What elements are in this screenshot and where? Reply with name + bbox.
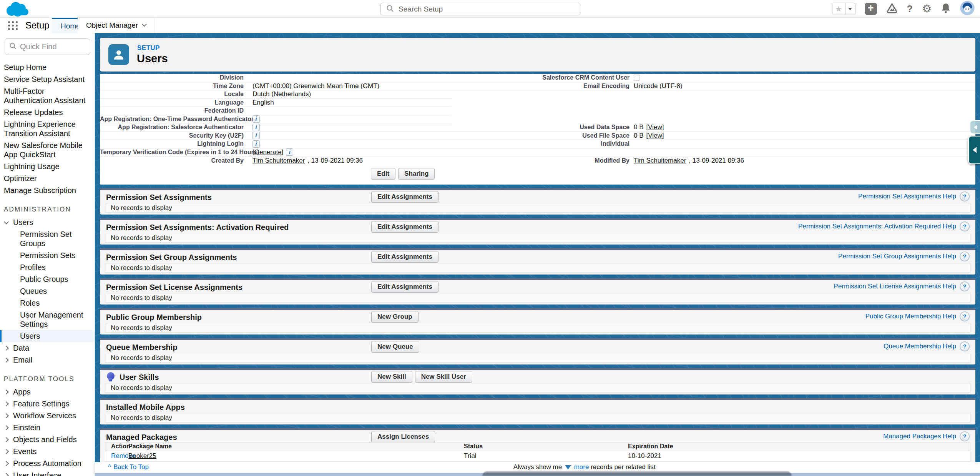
- detail-row: Modified ByTim Schuitemaker, 13-09-2021 …: [452, 156, 975, 165]
- collapse-panel-tab-light[interactable]: [970, 120, 980, 134]
- help-icon[interactable]: ?: [907, 3, 913, 15]
- search-input[interactable]: [399, 5, 575, 13]
- question-mark-icon[interactable]: ?: [960, 191, 970, 201]
- edit-assignments-button[interactable]: Edit Assignments: [371, 281, 439, 293]
- help-link[interactable]: Public Group Membership Help: [865, 313, 956, 320]
- sidebar-item-optimizer[interactable]: Optimizer: [0, 173, 95, 185]
- detail-left-column: DivisionTime Zone(GMT+00:00) Greenwich M…: [100, 74, 452, 165]
- help-link[interactable]: Permission Set Assignments Help: [858, 193, 956, 200]
- sidebar-item-queues[interactable]: Queues: [0, 285, 95, 297]
- user-link[interactable]: Tim Schuitemaker: [634, 157, 686, 165]
- favorites-star-icon[interactable]: ★: [832, 3, 845, 15]
- new-group-button[interactable]: New Group: [371, 311, 419, 323]
- sidebar-item-users[interactable]: Users: [0, 330, 95, 342]
- bottom-shadow-bar: [482, 471, 792, 476]
- question-mark-icon[interactable]: ?: [960, 251, 970, 261]
- collapse-panel-tab-dark[interactable]: [968, 136, 980, 164]
- sidebar-item-email[interactable]: Email: [0, 354, 95, 366]
- global-actions-plus-icon[interactable]: +: [865, 3, 877, 15]
- sidebar-item-setup-home[interactable]: Setup Home: [0, 62, 95, 73]
- user-link[interactable]: Tim Schuitemaker: [252, 157, 305, 165]
- sidebar-item-roles[interactable]: Roles: [0, 297, 95, 309]
- edit-assignments-button[interactable]: Edit Assignments: [371, 251, 439, 263]
- assign-licenses-button[interactable]: Assign Licenses: [371, 431, 435, 443]
- package-link[interactable]: Booker25: [128, 452, 156, 460]
- sidebar-item-release-updates[interactable]: Release Updates: [0, 107, 95, 118]
- question-mark-icon[interactable]: ?: [960, 281, 970, 291]
- triangle-down-icon[interactable]: [565, 465, 571, 469]
- sidebar-item-manage-subscription[interactable]: Manage Subscription: [0, 185, 95, 196]
- chevron-down-icon: [142, 22, 147, 27]
- sidebar-item-user-management-settings[interactable]: User Management Settings: [0, 309, 95, 330]
- setup-gear-icon[interactable]: ⚙: [922, 3, 932, 15]
- help-link[interactable]: Queue Membership Help: [884, 343, 956, 350]
- bracket-link[interactable]: [View]: [646, 132, 664, 140]
- help-link[interactable]: Permission Set License Assignments Help: [834, 283, 956, 290]
- new-skill-button[interactable]: New Skill: [371, 371, 412, 383]
- favorites-dropdown-icon[interactable]: [845, 3, 855, 15]
- new-skill-user-button[interactable]: New Skill User: [415, 371, 472, 383]
- help-link[interactable]: Permission Set Assignments: Activation R…: [798, 223, 956, 230]
- records-per-list-control: Always show me more records per related …: [95, 463, 980, 471]
- info-icon[interactable]: i: [252, 132, 260, 139]
- detail-row: Temporary Verification Code (Expires in …: [100, 148, 452, 157]
- bracket-link[interactable]: [View]: [646, 123, 664, 131]
- sidebar-item-objects-and-fields[interactable]: Objects and Fields: [0, 434, 95, 446]
- sidebar-item-users[interactable]: Users: [0, 216, 95, 228]
- sharing-button[interactable]: Sharing: [398, 168, 435, 180]
- sidebar-item-process-automation[interactable]: Process Automation: [0, 458, 95, 469]
- sidebar-item-user-interface[interactable]: User Interface: [0, 469, 95, 476]
- notifications-bell-icon[interactable]: [941, 3, 951, 15]
- quick-find-input[interactable]: [20, 42, 78, 51]
- sidebar-item-events[interactable]: Events: [0, 446, 95, 458]
- sidebar-item-public-groups[interactable]: Public Groups: [0, 273, 95, 285]
- sidebar-item-apps[interactable]: Apps: [0, 386, 95, 398]
- info-icon[interactable]: i: [252, 115, 260, 123]
- more-records-link[interactable]: more: [574, 463, 589, 471]
- app-launcher-icon[interactable]: [7, 20, 18, 31]
- info-icon[interactable]: i: [286, 148, 293, 156]
- detail-row: Time Zone(GMT+00:00) Greenwich Mean Time…: [100, 82, 452, 91]
- guidance-center-icon[interactable]: [886, 3, 898, 15]
- info-icon[interactable]: i: [252, 140, 260, 148]
- question-mark-icon[interactable]: ?: [960, 431, 970, 441]
- related-list-title: Public Group Membership: [106, 313, 202, 322]
- field-label: Division: [100, 74, 252, 81]
- question-mark-icon[interactable]: ?: [960, 311, 970, 321]
- sidebar-item-service-setup-assistant[interactable]: Service Setup Assistant: [0, 73, 95, 85]
- detail-row: Email EncodingUnicode (UTF-8): [452, 82, 975, 91]
- managed-packages-table: ActionPackage NameStatusExpiration DateR…: [105, 442, 970, 462]
- related-list-managed-packages: Managed PackagesAssign LicensesManaged P…: [100, 428, 975, 463]
- edit-assignments-button[interactable]: Edit Assignments: [371, 221, 439, 233]
- edit-assignments-button[interactable]: Edit Assignments: [371, 191, 439, 203]
- sidebar-item-multi-factor-authentication-assistant[interactable]: Multi-Factor Authentication Assistant: [0, 85, 95, 107]
- field-label: Used File Space: [452, 132, 634, 139]
- user-avatar[interactable]: [960, 1, 975, 17]
- info-icon[interactable]: i: [252, 124, 260, 131]
- tab-object-manager[interactable]: Object Manager: [78, 18, 155, 33]
- sidebar-item-lightning-usage[interactable]: Lightning Usage: [0, 161, 95, 173]
- sidebar-item-workflow-services[interactable]: Workflow Services: [0, 410, 95, 422]
- question-mark-icon[interactable]: ?: [960, 221, 970, 231]
- related-lists: Permission Set AssignmentsEdit Assignmen…: [95, 188, 980, 463]
- sidebar-item-lightning-experience-transition-assistant[interactable]: Lightning Experience Transition Assistan…: [0, 118, 95, 140]
- sidebar-item-permission-set-groups[interactable]: Permission Set Groups: [0, 228, 95, 250]
- sidebar-item-feature-settings[interactable]: Feature Settings: [0, 398, 95, 410]
- bracket-link[interactable]: [Generate]: [252, 148, 283, 156]
- checkbox-unchecked[interactable]: [634, 75, 640, 81]
- help-link[interactable]: Permission Set Group Assignments Help: [838, 253, 956, 260]
- new-queue-button[interactable]: New Queue: [371, 341, 419, 353]
- sidebar-item-einstein[interactable]: Einstein: [0, 422, 95, 434]
- question-mark-icon[interactable]: ?: [960, 341, 970, 351]
- help-link[interactable]: Managed Packages Help: [883, 433, 956, 440]
- sidebar-item-profiles[interactable]: Profiles: [0, 261, 95, 273]
- sidebar-item-permission-sets[interactable]: Permission Sets: [0, 250, 95, 261]
- sidebar-item-data[interactable]: Data: [0, 342, 95, 354]
- sidebar-item-new-salesforce-mobile-app-quickstart[interactable]: New Salesforce Mobile App QuickStart: [0, 140, 95, 161]
- related-list-buttons: Edit Assignments: [371, 221, 439, 233]
- field-label: Security Key (U2F): [100, 132, 252, 139]
- edit-button[interactable]: Edit: [371, 168, 395, 180]
- triangle-left-icon: [974, 125, 977, 130]
- field-value-text: 0 B: [634, 123, 644, 131]
- sidebar-item-label: Einstein: [13, 423, 40, 432]
